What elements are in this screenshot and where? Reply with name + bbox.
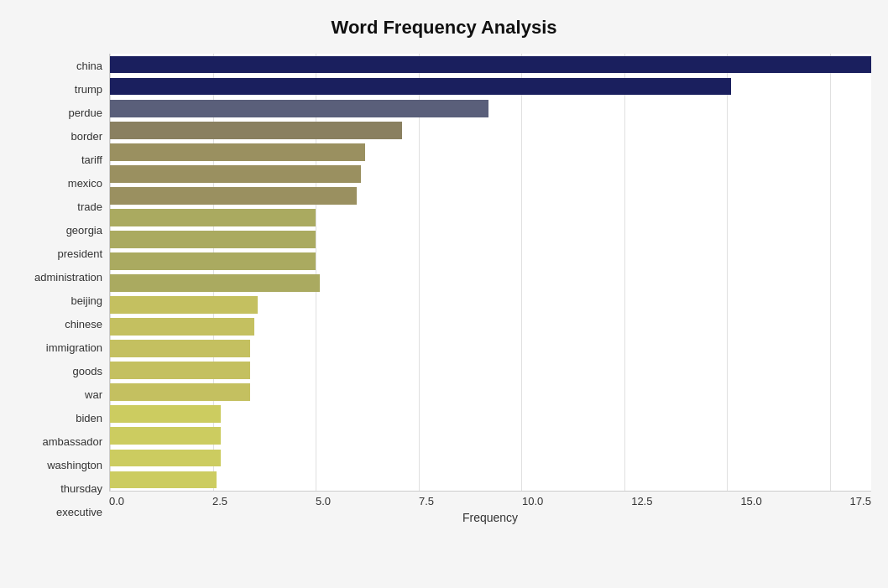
grid-line xyxy=(830,54,831,491)
bar-row xyxy=(110,318,871,336)
bar-row xyxy=(110,252,871,270)
x-tick: 5.0 xyxy=(316,495,331,507)
x-tick: 7.5 xyxy=(419,495,434,507)
bar-row xyxy=(110,165,871,183)
bar xyxy=(110,405,221,423)
y-label: war xyxy=(85,386,102,404)
y-label: chinese xyxy=(65,315,102,334)
grid-line xyxy=(521,54,522,491)
x-tick: 0.0 xyxy=(109,495,124,507)
bar-row xyxy=(110,78,871,96)
x-tick: 10.0 xyxy=(522,495,543,507)
y-label: administration xyxy=(34,268,102,286)
x-tick: 2.5 xyxy=(212,495,227,507)
y-label: trade xyxy=(77,197,102,216)
grid-line xyxy=(727,54,728,491)
bar xyxy=(110,209,316,226)
bar-row xyxy=(110,100,871,117)
bar xyxy=(110,100,488,117)
bar xyxy=(110,450,221,467)
y-label: biden xyxy=(76,409,102,428)
bar xyxy=(110,383,250,401)
bar xyxy=(110,362,250,379)
x-tick: 15.0 xyxy=(740,495,761,507)
bar-row xyxy=(110,340,871,357)
bar-row xyxy=(110,296,871,314)
grid-line xyxy=(419,54,420,491)
grid-line xyxy=(624,54,625,491)
x-axis: 0.02.55.07.510.012.515.017.5 Frequency xyxy=(109,495,871,524)
bar xyxy=(110,318,254,336)
y-label: ambassador xyxy=(42,433,102,451)
bar-row xyxy=(110,231,871,248)
bar xyxy=(110,252,316,270)
bar xyxy=(110,427,221,445)
grid-line xyxy=(316,54,316,491)
y-label: trump xyxy=(75,80,102,98)
bar xyxy=(110,143,365,161)
bar-row xyxy=(110,56,871,74)
bar-row xyxy=(110,405,871,423)
bar xyxy=(110,274,320,292)
y-label: washington xyxy=(47,456,102,475)
bar xyxy=(110,165,361,183)
bars-and-x: 0.02.55.07.510.012.515.017.5 Frequency xyxy=(109,54,871,524)
bar-row xyxy=(110,143,871,161)
bar xyxy=(110,231,316,248)
y-label: mexico xyxy=(68,174,102,192)
bar xyxy=(110,471,217,489)
x-axis-label: Frequency xyxy=(109,511,871,524)
bar-row xyxy=(110,122,871,139)
bar xyxy=(110,78,731,96)
bar xyxy=(110,122,402,139)
bar-row xyxy=(110,471,871,489)
y-label: tariff xyxy=(81,150,102,169)
chart-area: chinatrumpperduebordertariffmexicotradeg… xyxy=(17,54,871,524)
bar-row xyxy=(110,274,871,292)
bar xyxy=(110,187,357,205)
bar xyxy=(110,296,258,314)
x-ticks: 0.02.55.07.510.012.515.017.5 xyxy=(109,495,871,507)
bar xyxy=(110,340,250,357)
bar-row xyxy=(110,187,871,205)
grid-line xyxy=(110,54,111,491)
grid-line xyxy=(213,54,214,491)
x-tick: 17.5 xyxy=(850,495,871,507)
bar-row xyxy=(110,427,871,445)
y-label: perdue xyxy=(69,103,102,122)
y-axis: chinatrumpperduebordertariffmexicotradeg… xyxy=(17,54,109,524)
x-tick: 12.5 xyxy=(631,495,652,507)
bar xyxy=(110,56,871,74)
y-label: border xyxy=(71,127,102,145)
y-label: goods xyxy=(73,362,102,381)
bars-area xyxy=(109,54,871,492)
bar-row xyxy=(110,383,871,401)
chart-title: Word Frequency Analysis xyxy=(17,17,871,39)
y-label: president xyxy=(58,244,102,263)
y-label: georgia xyxy=(66,221,102,239)
bar-row xyxy=(110,450,871,467)
y-label: executive xyxy=(56,503,102,522)
y-label: immigration xyxy=(46,339,102,357)
chart-container: Word Frequency Analysis chinatrumpperdue… xyxy=(0,0,888,588)
bar-row xyxy=(110,209,871,226)
y-label: china xyxy=(76,56,102,75)
y-label: thursday xyxy=(60,480,102,498)
y-label: beijing xyxy=(71,291,102,310)
bar-row xyxy=(110,362,871,379)
